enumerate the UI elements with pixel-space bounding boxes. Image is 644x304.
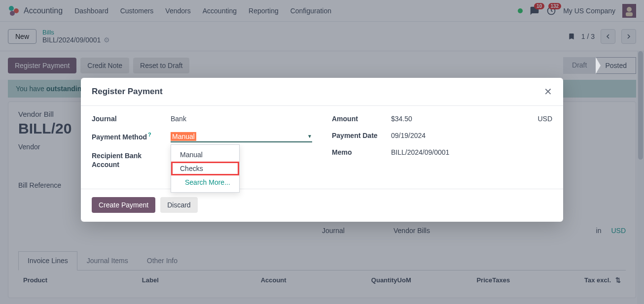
recipient-field-label: Recipient Bank Account bbox=[92, 151, 171, 169]
modal-right-col: Amount $34.50 USD Payment Date 09/19/202… bbox=[332, 115, 552, 178]
discard-button[interactable]: Discard bbox=[160, 197, 197, 213]
dropdown-option-manual[interactable]: Manual bbox=[171, 148, 239, 162]
method-field-label: Payment Method? bbox=[92, 132, 171, 141]
modal-footer: Create Payment Discard bbox=[81, 189, 563, 222]
payment-method-select[interactable]: Manual ▼ Manual Checks Search More... bbox=[171, 132, 312, 142]
close-icon[interactable]: ✕ bbox=[544, 86, 552, 98]
help-icon[interactable]: ? bbox=[148, 132, 151, 137]
modal-header: Register Payment ✕ bbox=[81, 78, 563, 106]
create-payment-button[interactable]: Create Payment bbox=[92, 197, 155, 213]
payment-method-input[interactable]: Manual bbox=[171, 132, 312, 142]
method-label-text: Payment Method bbox=[92, 133, 147, 141]
date-field-value[interactable]: 09/19/2024 bbox=[391, 132, 552, 139]
amount-field-value[interactable]: $34.50 bbox=[391, 115, 537, 123]
journal-field-value[interactable]: Bank bbox=[171, 115, 312, 123]
dropdown-search-more[interactable]: Search More... bbox=[171, 175, 239, 189]
payment-method-dropdown: Manual Checks Search More... bbox=[171, 144, 240, 193]
register-payment-modal: Register Payment ✕ Journal Bank Payment … bbox=[81, 78, 563, 222]
modal-left-col: Journal Bank Payment Method? Manual ▼ Ma… bbox=[92, 115, 312, 178]
memo-field-label: Memo bbox=[332, 148, 391, 156]
chevron-down-icon: ▼ bbox=[307, 134, 312, 139]
amount-currency: USD bbox=[537, 115, 552, 123]
modal-body: Journal Bank Payment Method? Manual ▼ Ma… bbox=[81, 106, 563, 189]
amount-field-label: Amount bbox=[332, 115, 391, 123]
modal-title: Register Payment bbox=[92, 87, 163, 97]
memo-field-value[interactable]: BILL/2024/09/0001 bbox=[391, 148, 552, 156]
method-selected-text: Manual bbox=[171, 132, 196, 141]
dropdown-option-checks[interactable]: Checks bbox=[171, 162, 239, 175]
modal-overlay: Register Payment ✕ Journal Bank Payment … bbox=[0, 0, 644, 304]
date-field-label: Payment Date bbox=[332, 132, 391, 139]
journal-field-label: Journal bbox=[92, 115, 171, 123]
